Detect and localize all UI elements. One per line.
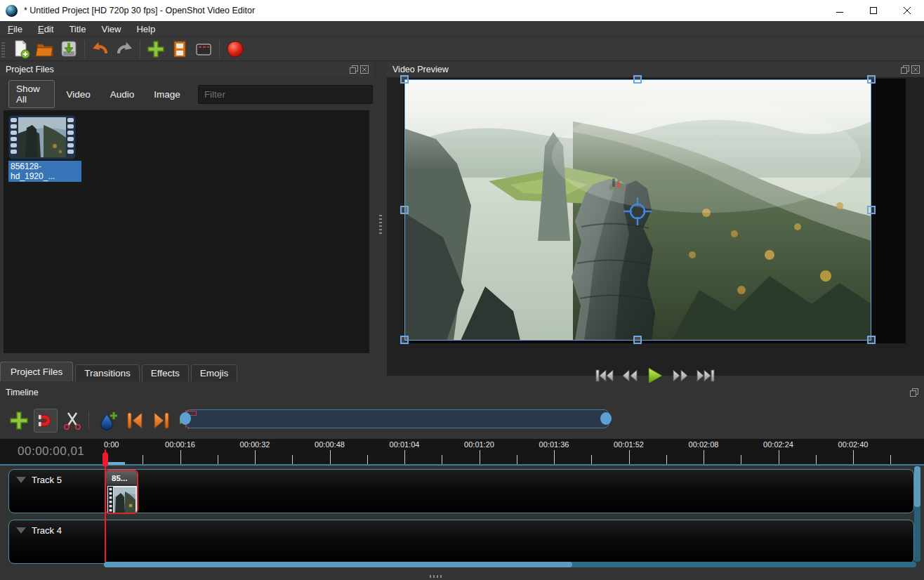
menu-help[interactable]: Help [128,21,163,37]
fullscreen-button[interactable] [192,38,215,60]
timeline-title: Timeline [6,388,39,397]
new-project-button[interactable] [10,38,32,60]
filter-tab-show-all[interactable]: Show All [8,80,55,108]
dock-resize-grip-icon[interactable] [430,575,442,578]
file-thumbnail [8,115,76,159]
ruler-label: 00:01:52 [614,440,644,449]
ruler-tick-minor [367,455,368,464]
vertical-scroll-thumb[interactable] [914,466,920,507]
razor-button[interactable] [60,409,84,433]
open-project-button[interactable] [34,38,56,60]
transform-handle-top-left[interactable] [400,75,409,84]
export-video-button[interactable] [224,38,246,60]
ruler-tick-major [480,450,480,464]
transform-handle-bottom-center[interactable] [633,336,642,344]
menu-title[interactable]: Title [61,21,93,37]
timeline-tracks-area[interactable]: Track 5 85... [0,466,924,562]
float-panel-icon[interactable] [901,65,909,74]
track-row-4[interactable]: Track 4 [8,520,914,564]
minimize-button[interactable] [823,0,857,21]
add-marker-button[interactable] [96,409,120,433]
timeline-toolbar [0,404,924,437]
zoom-slider-right-handle[interactable] [600,412,612,425]
previous-marker-button[interactable] [123,409,147,433]
ruler-label: 00:01:04 [390,440,420,449]
choose-profile-button[interactable] [169,38,191,60]
add-track-button[interactable] [7,409,31,433]
track-row-5[interactable]: Track 5 85... [8,469,914,513]
tab-effects[interactable]: Effects [142,364,189,381]
menu-view[interactable]: View [93,21,128,37]
chevron-down-icon[interactable] [16,527,26,534]
menu-edit[interactable]: Edit [30,21,61,37]
timeline-zoom-slider[interactable] [185,409,609,428]
window-title: * Untitled Project [HD 720p 30 fps] - Op… [24,6,255,15]
filter-tab-audio[interactable]: Audio [103,86,143,103]
horizontal-scroll-thumb[interactable] [104,562,572,567]
ruler-tick-minor [666,455,667,464]
ruler-tick-major [779,450,779,464]
next-marker-button[interactable] [150,409,173,433]
toolbar-separator [140,41,140,58]
title-bar: * Untitled Project [HD 720p 30 fps] - Op… [0,0,924,21]
playhead-line[interactable] [105,449,106,562]
filter-tab-image[interactable]: Image [146,86,188,103]
preview-video-frame[interactable] [404,79,871,341]
float-panel-icon[interactable] [910,388,918,397]
transform-origin-icon[interactable] [618,192,657,231]
project-files-grid[interactable]: 856128-hd_1920_... [4,110,369,353]
transform-handle-mid-right[interactable] [867,206,876,214]
chevron-down-icon[interactable] [16,477,26,483]
menu-file[interactable]: File [0,21,30,37]
openshot-logo-icon [6,5,18,17]
toolbar-grip[interactable] [1,41,5,58]
transform-handle-top-center[interactable] [633,75,642,84]
ruler-tick-major [704,450,704,464]
tab-emojis[interactable]: Emojis [191,364,238,381]
filter-input[interactable] [198,85,373,104]
panel-splitter[interactable] [373,62,387,383]
timeline-vertical-scrollbar[interactable] [914,466,920,562]
ruler-tick-minor [218,455,218,464]
close-panel-icon[interactable] [911,65,920,74]
file-item[interactable]: 856128-hd_1920_... [8,115,81,182]
snap-toggle-button[interactable] [34,409,58,433]
ruler-tick-minor [741,455,741,464]
timeline-panel: Timeline [0,383,924,580]
close-panel-icon[interactable] [360,65,369,74]
ruler-tick-major [180,450,181,464]
openshot-window: * Untitled Project [HD 720p 30 fps] - Op… [0,0,924,580]
track-name: Track 5 [32,475,62,485]
timeline-clip[interactable]: 85... [105,470,138,514]
transform-handle-top-right[interactable] [867,75,876,84]
preview-area [387,77,924,376]
zoom-slider-left-handle[interactable] [180,412,191,425]
playhead-marker[interactable] [103,452,108,466]
video-preview-panel: Video Preview [387,62,924,383]
filter-tab-video[interactable]: Video [59,86,98,103]
playhead-timecode: 00:00:00,01 [18,444,84,459]
save-project-button[interactable] [58,38,80,60]
ruler-tick-major [629,450,630,464]
file-name[interactable]: 856128-hd_1920_... [8,161,81,182]
undo-button[interactable] [89,38,112,60]
toolbar-separator [84,41,85,58]
import-files-button[interactable] [145,38,167,60]
project-files-header: Project Files [0,62,373,77]
transform-handle-mid-left[interactable] [400,206,409,214]
timeline-ruler[interactable]: 00:00:00,01 0:0000:00:1600:00:3200:00:48… [0,439,924,466]
tab-transitions[interactable]: Transitions [75,364,140,381]
maximize-button[interactable] [857,0,890,21]
timeline-horizontal-scrollbar[interactable] [104,562,916,567]
project-files-panel: Project Files Show All Video Audio Image [0,62,373,383]
ruler-label: 00:00:48 [315,440,345,449]
tab-project-files[interactable]: Project Files [0,362,73,381]
float-panel-icon[interactable] [350,65,358,74]
transform-handle-bottom-right[interactable] [867,336,876,344]
ruler-label: 00:02:40 [838,440,869,449]
ruler-tick-minor [143,455,143,464]
redo-button[interactable] [113,38,136,60]
ruler-tick-major [404,450,405,464]
transform-handle-bottom-left[interactable] [400,336,409,344]
close-button[interactable] [890,0,924,21]
